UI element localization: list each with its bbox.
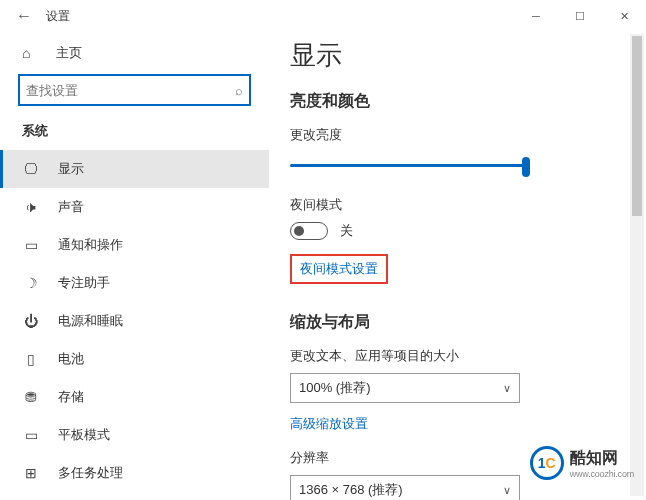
sidebar-item-display[interactable]: 🖵 显示 — [0, 150, 269, 188]
brightness-label: 更改亮度 — [290, 126, 646, 144]
scale-label: 更改文本、应用等项目的大小 — [290, 347, 646, 365]
sidebar-item-focus[interactable]: ☽ 专注助手 — [0, 264, 269, 302]
notifications-icon: ▭ — [22, 237, 40, 253]
sidebar-item-label: 专注助手 — [58, 274, 110, 292]
window-controls: ─ ☐ ✕ — [514, 0, 646, 32]
slider-thumb[interactable] — [522, 157, 530, 177]
section-brightness: 亮度和颜色 — [290, 91, 646, 112]
scale-select[interactable]: 100% (推荐) ∨ — [290, 373, 520, 403]
sidebar-item-power[interactable]: ⏻ 电源和睡眠 — [0, 302, 269, 340]
advanced-scale-link[interactable]: 高级缩放设置 — [290, 415, 368, 433]
sidebar-item-tablet[interactable]: ▭ 平板模式 — [0, 416, 269, 454]
window-title: 设置 — [46, 8, 70, 25]
back-button[interactable]: ← — [8, 7, 40, 25]
night-mode-label: 夜间模式 — [290, 196, 646, 214]
sidebar-item-label: 多任务处理 — [58, 464, 123, 482]
scrollbar-thumb[interactable] — [632, 36, 642, 216]
home-icon: ⌂ — [22, 45, 38, 61]
resolution-value: 1366 × 768 (推荐) — [299, 481, 403, 499]
resolution-label: 分辨率 — [290, 449, 646, 467]
sidebar-group-title: 系统 — [0, 122, 269, 150]
close-button[interactable]: ✕ — [602, 0, 646, 32]
toggle-knob — [294, 226, 304, 236]
sidebar-item-storage[interactable]: ⛃ 存储 — [0, 378, 269, 416]
sidebar-item-label: 存储 — [58, 388, 84, 406]
sidebar-item-notifications[interactable]: ▭ 通知和操作 — [0, 226, 269, 264]
multitask-icon: ⊞ — [22, 465, 40, 481]
home-label: 主页 — [56, 44, 82, 62]
highlight-annotation: 夜间模式设置 — [290, 254, 388, 284]
sidebar-item-multitask[interactable]: ⊞ 多任务处理 — [0, 454, 269, 492]
sidebar-item-label: 平板模式 — [58, 426, 110, 444]
storage-icon: ⛃ — [22, 389, 40, 405]
night-mode-settings-link[interactable]: 夜间模式设置 — [300, 260, 378, 278]
maximize-button[interactable]: ☐ — [558, 0, 602, 32]
home-link[interactable]: ⌂ 主页 — [0, 36, 269, 74]
sidebar: ⌂ 主页 ⌕ 系统 🖵 显示 🕩 声音 ▭ 通知和操作 ☽ 专注助手 ⏻ 电源和… — [0, 32, 270, 500]
display-icon: 🖵 — [22, 161, 40, 177]
sound-icon: 🕩 — [22, 199, 40, 215]
toggle-state: 关 — [340, 222, 353, 240]
sidebar-item-label: 显示 — [58, 160, 84, 178]
sidebar-item-battery[interactable]: ▯ 电池 — [0, 340, 269, 378]
minimize-button[interactable]: ─ — [514, 0, 558, 32]
scrollbar[interactable] — [630, 34, 644, 496]
battery-icon: ▯ — [22, 351, 40, 367]
sidebar-item-sound[interactable]: 🕩 声音 — [0, 188, 269, 226]
search-input[interactable] — [26, 83, 235, 98]
search-icon: ⌕ — [235, 83, 243, 98]
power-icon: ⏻ — [22, 313, 40, 329]
night-mode-toggle[interactable] — [290, 222, 328, 240]
tablet-icon: ▭ — [22, 427, 40, 443]
focus-icon: ☽ — [22, 275, 40, 291]
sidebar-item-label: 通知和操作 — [58, 236, 123, 254]
content: 显示 亮度和颜色 更改亮度 夜间模式 关 夜间模式设置 缩放与布局 更改文本、应… — [270, 32, 646, 500]
titlebar: ← 设置 ─ ☐ ✕ — [0, 0, 646, 32]
sidebar-item-label: 电池 — [58, 350, 84, 368]
sidebar-item-label: 声音 — [58, 198, 84, 216]
section-scale: 缩放与布局 — [290, 312, 646, 333]
slider-track — [290, 164, 530, 167]
chevron-down-icon: ∨ — [503, 382, 511, 395]
resolution-select[interactable]: 1366 × 768 (推荐) ∨ — [290, 475, 520, 500]
page-title: 显示 — [290, 38, 646, 73]
chevron-down-icon: ∨ — [503, 484, 511, 497]
scale-value: 100% (推荐) — [299, 379, 371, 397]
sidebar-item-label: 电源和睡眠 — [58, 312, 123, 330]
brightness-slider[interactable] — [290, 152, 530, 180]
search-box[interactable]: ⌕ — [18, 74, 251, 106]
